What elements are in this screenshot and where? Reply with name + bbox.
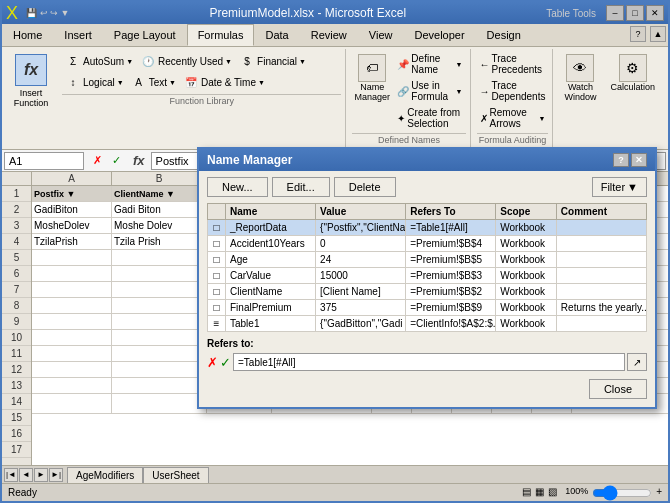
insert-function-btn[interactable]: fx InsertFunction [6, 49, 56, 147]
autosum-btn[interactable]: Σ AutoSum ▼ [62, 51, 136, 71]
col-header-a[interactable]: A [32, 172, 112, 185]
zoom-in-icon[interactable]: + [656, 486, 662, 500]
table-row[interactable]: □ ClientName [Client Name] =Premium!$B$2… [208, 284, 647, 300]
row-scope-cell[interactable]: Workbook [496, 236, 557, 252]
tab-pagelayout[interactable]: Page Layout [103, 24, 187, 46]
cell-b2[interactable]: Gadi Biton [112, 202, 207, 217]
view-layout-icon[interactable]: ▦ [535, 486, 544, 500]
row-num-14[interactable]: 14 [2, 394, 31, 410]
close-button[interactable]: ✕ [646, 5, 664, 21]
autosum-dropdown[interactable]: ▼ [126, 58, 133, 65]
zoom-slider[interactable] [592, 486, 652, 500]
table-row[interactable]: □ Accident10Years 0 =Premium!$B$4 Workbo… [208, 236, 647, 252]
remove-arrows-dropdown[interactable]: ▼ [539, 115, 546, 122]
row-value-cell[interactable]: {"GadBitton","Gadi ... [316, 316, 406, 332]
new-button[interactable]: New... [207, 177, 268, 197]
trace-dependents-btn[interactable]: → Trace Dependents [477, 78, 549, 104]
row-num-17[interactable]: 17 [2, 442, 31, 458]
row-value-cell[interactable]: [Client Name] [316, 284, 406, 300]
row-refsto-cell[interactable]: =Premium!$B$5 [406, 252, 496, 268]
remove-arrows-btn[interactable]: ✗ Remove Arrows ▼ [477, 105, 549, 131]
cell-a3[interactable]: MosheDolev [32, 218, 112, 233]
th-comment[interactable]: Comment [556, 204, 646, 220]
row-refsto-cell[interactable]: =Premium!$B$2 [406, 284, 496, 300]
sheet-last-btn[interactable]: ►| [49, 468, 63, 482]
date-time-btn[interactable]: 📅 Date & Time ▼ [180, 72, 268, 92]
th-refers-to[interactable]: Refers To [406, 204, 496, 220]
row-name-cell[interactable]: _ReportData [226, 220, 316, 236]
tab-developer[interactable]: Developer [403, 24, 475, 46]
table-row[interactable]: □ Age 24 =Premium!$B$5 Workbook [208, 252, 647, 268]
table-row[interactable]: ≡ Table1 {"GadBitton","Gadi ... =ClientI… [208, 316, 647, 332]
trace-precedents-btn[interactable]: ← Trace Precedents [477, 51, 549, 77]
cell-a2[interactable]: GadiBiton [32, 202, 112, 217]
row-num-3[interactable]: 3 [2, 218, 31, 234]
close-button[interactable]: Close [589, 379, 647, 399]
refers-to-confirm-icon[interactable]: ✓ [220, 355, 231, 370]
th-value[interactable]: Value [316, 204, 406, 220]
th-icon[interactable] [208, 204, 226, 220]
col-header-b[interactable]: B [112, 172, 207, 185]
confirm-formula-icon[interactable]: ✓ [107, 152, 125, 170]
tab-home[interactable]: Home [2, 24, 53, 46]
tab-design[interactable]: Design [476, 24, 532, 46]
row-value-cell[interactable]: 375 [316, 300, 406, 316]
tab-data[interactable]: Data [254, 24, 299, 46]
create-from-selection-btn[interactable]: ✦ Create from Selection [394, 105, 465, 131]
sheet-next-btn[interactable]: ► [34, 468, 48, 482]
view-normal-icon[interactable]: ▤ [522, 486, 531, 500]
row-num-12[interactable]: 12 [2, 362, 31, 378]
name-manager-btn[interactable]: 🏷 NameManager [352, 51, 392, 105]
use-in-formula-dropdown[interactable]: ▼ [456, 88, 463, 95]
delete-button[interactable]: Delete [334, 177, 396, 197]
row-value-cell[interactable]: 15000 [316, 268, 406, 284]
tab-formulas[interactable]: Formulas [187, 24, 255, 46]
row-scope-cell[interactable]: Workbook [496, 300, 557, 316]
row-num-8[interactable]: 8 [2, 298, 31, 314]
refers-to-cancel-icon[interactable]: ✗ [207, 355, 218, 370]
cancel-formula-icon[interactable]: ✗ [88, 152, 106, 170]
row-name-cell[interactable]: Accident10Years [226, 236, 316, 252]
row-scope-cell[interactable]: Workbook [496, 252, 557, 268]
th-scope[interactable]: Scope [496, 204, 557, 220]
row-comment-cell[interactable] [556, 236, 646, 252]
table-row[interactable]: □ CarValue 15000 =Premium!$B$3 Workbook [208, 268, 647, 284]
row-refsto-cell[interactable]: =Premium!$B$3 [406, 268, 496, 284]
row-name-cell[interactable]: ClientName [226, 284, 316, 300]
row-value-cell[interactable]: 0 [316, 236, 406, 252]
logical-dropdown[interactable]: ▼ [117, 79, 124, 86]
date-time-dropdown[interactable]: ▼ [258, 79, 265, 86]
cell-b5[interactable] [112, 250, 207, 265]
define-name-btn[interactable]: 📌 Define Name ▼ [394, 51, 465, 77]
view-page-icon[interactable]: ▧ [548, 486, 557, 500]
min-button[interactable]: – [606, 5, 624, 21]
row-num-9[interactable]: 9 [2, 314, 31, 330]
row-num-16[interactable]: 16 [2, 426, 31, 442]
calculation-btn[interactable]: ⚙ Calculation [605, 51, 660, 145]
refers-to-input[interactable] [233, 353, 625, 371]
ribbon-collapse[interactable]: ▲ [650, 26, 666, 42]
table-row[interactable]: □ FinalPremium 375 =Premium!$B$9 Workboo… [208, 300, 647, 316]
row-scope-cell[interactable]: Workbook [496, 220, 557, 236]
cell-a1[interactable]: Postfix ▼ [32, 186, 112, 201]
row-name-cell[interactable]: Table1 [226, 316, 316, 332]
financial-dropdown[interactable]: ▼ [299, 58, 306, 65]
name-box[interactable] [4, 152, 84, 170]
row-comment-cell[interactable] [556, 316, 646, 332]
row-refsto-cell[interactable]: =Premium!$B$4 [406, 236, 496, 252]
ribbon-help[interactable]: ? [630, 26, 646, 42]
cell-a5[interactable] [32, 250, 112, 265]
refers-to-expand-icon[interactable]: ↗ [627, 353, 647, 371]
cell-a4[interactable]: TzilaPrish [32, 234, 112, 249]
sheet-tab-agemodifiers[interactable]: AgeModifiers [67, 467, 143, 483]
edit-button[interactable]: Edit... [272, 177, 330, 197]
row-refsto-cell[interactable]: =ClientInfo!$A$2:$... [406, 316, 496, 332]
table-row[interactable]: □ _ReportData {"Postfix","ClientNa... =T… [208, 220, 647, 236]
watch-window-btn[interactable]: 👁 WatchWindow [559, 51, 601, 145]
cell-b3[interactable]: Moshe Dolev [112, 218, 207, 233]
row-num-15[interactable]: 15 [2, 410, 31, 426]
row-refsto-cell[interactable]: =Table1[#All] [406, 220, 496, 236]
row-scope-cell[interactable]: Workbook [496, 268, 557, 284]
cell-b1[interactable]: ClientName ▼ [112, 186, 207, 201]
row-value-cell[interactable]: {"Postfix","ClientNa... [316, 220, 406, 236]
